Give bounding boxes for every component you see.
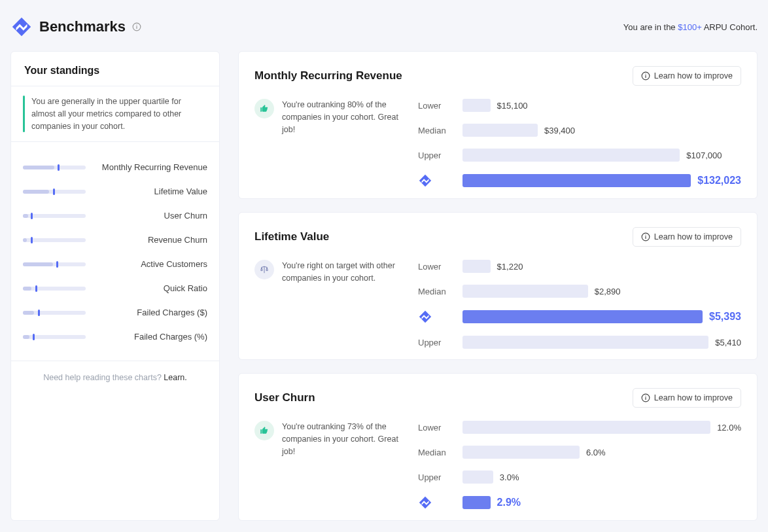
info-icon[interactable]	[132, 22, 141, 31]
bar-value: 3.0%	[500, 472, 519, 482]
sidebar-metric[interactable]: Lifetime Value	[23, 179, 207, 204]
bar-value: $2,890	[595, 287, 621, 296]
metric-label: Active Customers	[96, 259, 207, 269]
metric-fill	[23, 190, 49, 194]
metric-marker	[33, 334, 35, 340]
bar-row: Upper $5,410	[418, 336, 741, 349]
bar-wrap: $2,890	[463, 285, 741, 298]
cohort-suffix: ARPU Cohort.	[702, 22, 758, 32]
metric-fill	[23, 214, 28, 218]
panel-body: You're right on target with other compan…	[254, 260, 741, 349]
benchmark-panel: User Churn Learn how to improve You're o…	[238, 373, 758, 521]
metric-label: Failed Charges ($)	[96, 308, 207, 317]
bar-track	[463, 496, 491, 509]
metric-marker	[58, 164, 60, 171]
metric-fill	[23, 262, 53, 266]
header: Benchmarks You are in the $100+ ARPU Coh…	[10, 10, 758, 51]
bars-column: Lower $1,220 Median $2,890 $5,393 Upper …	[418, 260, 741, 349]
bar-track	[463, 421, 710, 434]
bar-value: 12.0%	[717, 423, 741, 433]
bar-wrap: $15,100	[463, 99, 741, 112]
sidebar-metric[interactable]: Monthly Recurring Revenue	[23, 155, 207, 179]
bar-wrap: $5,410	[463, 336, 741, 349]
sidebar-metric[interactable]: Active Customers	[23, 252, 207, 276]
bar-label: Upper	[418, 472, 453, 482]
bar-label: Upper	[418, 151, 453, 160]
bar-track	[463, 470, 493, 484]
metric-label: Lifetime Value	[96, 186, 207, 196]
main: Monthly Recurring Revenue Learn how to i…	[238, 51, 758, 521]
you-logo-icon	[418, 173, 453, 188]
bar-track	[463, 310, 703, 323]
bar-track	[463, 124, 538, 137]
learn-link[interactable]: Learn.	[164, 373, 186, 382]
bar-value: $1,220	[497, 262, 523, 272]
status-text: You're right on target with other compan…	[282, 260, 405, 285]
help-prefix: Need help reading these charts?	[43, 373, 164, 382]
panel-head: Monthly Recurring Revenue Learn how to i…	[254, 66, 741, 86]
bar-row: 2.9%	[418, 495, 741, 510]
bar-wrap: $132,023	[463, 174, 741, 187]
thumbs-up-icon	[254, 421, 274, 440]
benchmark-panel: Lifetime Value Learn how to improve You'…	[238, 212, 758, 360]
bar-track	[463, 260, 491, 273]
bar-wrap: $1,220	[463, 260, 741, 273]
bar-row: Median $2,890	[418, 285, 741, 298]
bar-value: $15,100	[497, 101, 528, 111]
sidebar: Your standings You are generally in the …	[10, 51, 220, 521]
learn-label: Learn how to improve	[654, 71, 733, 80]
bar-label: Median	[418, 448, 453, 457]
sidebar-metric[interactable]: User Churn	[23, 204, 207, 228]
sidebar-title: Your standings	[11, 52, 219, 86]
bar-value: 6.0%	[586, 448, 606, 457]
metric-marker	[35, 285, 37, 292]
status-text: You're outranking 80% of the companies i…	[282, 99, 405, 135]
you-logo-icon	[418, 310, 453, 324]
bar-row: Lower 12.0%	[418, 421, 741, 434]
benchmark-panel: Monthly Recurring Revenue Learn how to i…	[238, 51, 758, 199]
learn-label: Learn how to improve	[654, 232, 733, 241]
learn-improve-button[interactable]: Learn how to improve	[633, 227, 741, 247]
bar-track	[463, 446, 580, 459]
bar-value: $5,410	[715, 338, 741, 347]
panel-head: Lifetime Value Learn how to improve	[254, 227, 741, 247]
panel-title: Monthly Recurring Revenue	[254, 69, 402, 82]
metric-marker	[31, 213, 33, 219]
metric-track	[23, 238, 86, 242]
metric-track	[23, 311, 86, 315]
sidebar-metric[interactable]: Failed Charges (%)	[23, 325, 207, 349]
sidebar-metric[interactable]: Revenue Churn	[23, 228, 207, 252]
info-icon	[641, 393, 650, 402]
cohort-value[interactable]: $100+	[678, 22, 702, 32]
bar-wrap: $5,393	[463, 310, 741, 323]
bar-wrap: 3.0%	[463, 470, 741, 484]
status-column: You're outranking 80% of the companies i…	[254, 99, 405, 188]
thumbs-up-icon	[254, 99, 274, 118]
header-left: Benchmarks	[10, 16, 141, 38]
status-text: You're outranking 73% of the companies i…	[282, 421, 405, 457]
bars-column: Lower 12.0% Median 6.0% Upper 3.0% 2.9%	[418, 421, 741, 510]
sidebar-metric[interactable]: Failed Charges ($)	[23, 300, 207, 325]
bar-value: $107,000	[686, 151, 722, 160]
cohort-prefix: You are in the	[623, 22, 678, 32]
page-title: Benchmarks	[39, 18, 126, 35]
banner-text: You are generally in the upper quartile …	[31, 96, 207, 132]
metric-fill	[23, 287, 31, 291]
bar-track	[463, 285, 588, 298]
bar-track	[463, 149, 680, 162]
info-icon	[641, 232, 650, 241]
metric-label: Revenue Churn	[96, 235, 207, 245]
bar-row: Median $39,400	[418, 124, 741, 137]
bar-value: $5,393	[709, 311, 741, 323]
metric-fill	[23, 166, 54, 169]
panel-head: User Churn Learn how to improve	[254, 388, 741, 408]
sidebar-help: Need help reading these charts? Learn.	[11, 361, 219, 397]
bar-value: 2.9%	[497, 497, 521, 508]
learn-improve-button[interactable]: Learn how to improve	[633, 388, 741, 408]
sidebar-metric[interactable]: Quick Ratio	[23, 276, 207, 300]
bar-row: Lower $1,220	[418, 260, 741, 273]
bar-label: Upper	[418, 338, 453, 347]
bar-track	[463, 336, 708, 349]
learn-improve-button[interactable]: Learn how to improve	[633, 66, 741, 86]
panel-title: Lifetime Value	[254, 230, 329, 243]
